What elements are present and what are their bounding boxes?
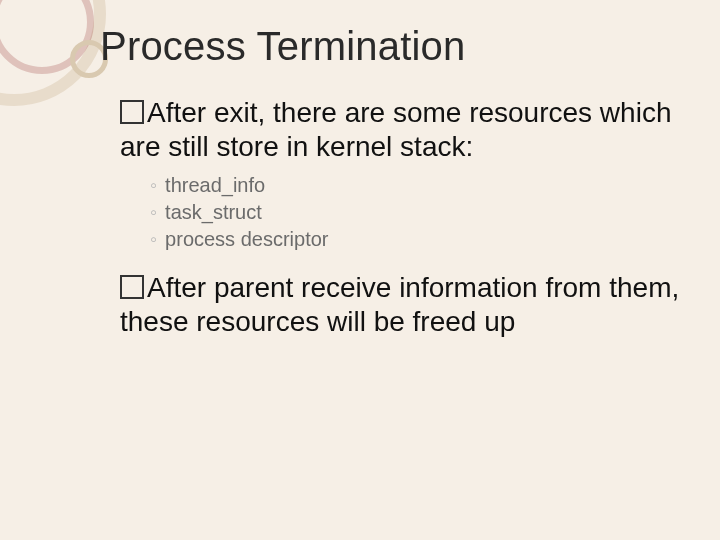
bullet-1: After exit, there are some resources whi… — [120, 96, 684, 164]
bullet-2-lead: After — [147, 272, 206, 303]
sub-item-2-text: task_struct — [165, 201, 262, 223]
deco-ring-large — [0, 0, 106, 106]
decorative-corner — [0, 0, 110, 90]
bullet-box-icon — [120, 275, 144, 299]
open-bullet-icon: ◦ — [150, 174, 157, 196]
sub-item-3-text: process descriptor — [165, 228, 328, 250]
bullet-box-icon — [120, 100, 144, 124]
sub-item-2: ◦task_struct — [150, 199, 684, 226]
slide-body: After exit, there are some resources whi… — [120, 96, 684, 348]
open-bullet-icon: ◦ — [150, 201, 157, 223]
slide-title: Process Termination — [100, 24, 465, 69]
bullet-2: After parent receive information from th… — [120, 271, 684, 339]
sub-item-3: ◦process descriptor — [150, 226, 684, 253]
sub-list: ◦thread_info ◦task_struct ◦process descr… — [150, 172, 684, 253]
sub-item-1-text: thread_info — [165, 174, 265, 196]
deco-ring-medium — [0, 0, 94, 74]
bullet-1-lead: After — [147, 97, 206, 128]
open-bullet-icon: ◦ — [150, 228, 157, 250]
sub-item-1: ◦thread_info — [150, 172, 684, 199]
